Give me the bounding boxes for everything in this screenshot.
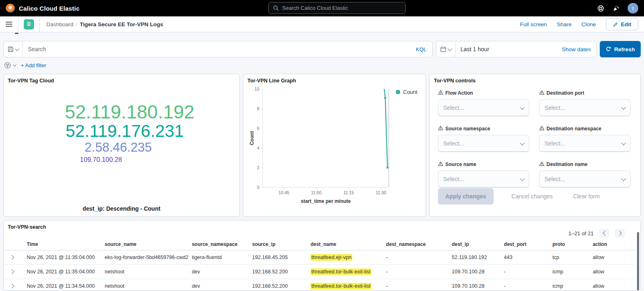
help-icon[interactable] (597, 5, 604, 12)
table-cell: allow (590, 265, 635, 279)
select-input[interactable]: Select... (438, 135, 529, 152)
tag-cloud: 52.119.180.19252.119.176.2312.58.46.2351… (4, 102, 239, 164)
filter-icon (4, 62, 11, 69)
filter-menu-button[interactable] (4, 62, 11, 69)
news-icon[interactable] (612, 5, 619, 12)
chevron-down-icon (621, 141, 626, 145)
select-input[interactable]: Select... (438, 171, 529, 188)
next-page-button[interactable] (615, 229, 625, 238)
refresh-button[interactable]: Refresh (600, 41, 641, 57)
show-dates-link[interactable]: Show dates (562, 46, 591, 52)
table-row: Nov 26, 2021 @ 11:35:04.000eks-log-forwa… (4, 250, 635, 265)
svg-text:6: 6 (257, 126, 259, 131)
column-header[interactable]: dest_ip (449, 239, 501, 250)
breadcrumb-root[interactable]: Dashboard (46, 21, 73, 27)
previous-page-button[interactable] (599, 229, 609, 238)
space-switcher[interactable]: D (18, 16, 40, 32)
column-header[interactable]: source_name (102, 239, 189, 250)
table-cell: dev (188, 279, 249, 291)
column-header[interactable]: proto (549, 239, 589, 250)
calendar-button[interactable] (436, 41, 456, 57)
expand-row-icon[interactable] (9, 255, 14, 259)
svg-text:11:30: 11:30 (376, 190, 386, 195)
tag-cloud-term[interactable]: 109.70.100.28 (80, 157, 122, 164)
share-link[interactable]: Share (557, 21, 571, 27)
chevron-down-icon (520, 176, 524, 181)
calico-logo-icon (6, 4, 15, 13)
tag-cloud-term[interactable]: 52.119.176.231 (66, 122, 184, 141)
time-picker[interactable]: Last 1 hour Show dates (436, 41, 596, 57)
calendar-icon (440, 46, 447, 52)
legend-dot (396, 90, 400, 94)
control-field: Destination nameSelect... (539, 161, 630, 188)
cancel-changes-button[interactable]: Cancel changes (509, 193, 555, 200)
warning-icon (438, 90, 443, 96)
table-row: Nov 26, 2021 @ 11:35:04.000netshootdev19… (4, 265, 635, 279)
control-field: Destination namespaceSelect... (539, 125, 630, 152)
chevron-down-icon (520, 141, 524, 145)
menu-button[interactable] (0, 16, 18, 32)
table-cell: 109.70.100.28 (449, 265, 501, 279)
warning-icon (539, 161, 544, 168)
edit-button[interactable]: Edit (606, 18, 639, 30)
clone-link[interactable]: Clone (581, 21, 596, 27)
table-cell: allow (590, 279, 635, 291)
control-field: Destination portSelect... (539, 90, 630, 116)
kql-toggle[interactable]: KQL (416, 46, 426, 52)
column-header[interactable]: source_namespace (188, 239, 249, 250)
svg-text:11:15: 11:15 (343, 190, 354, 195)
warning-icon (539, 125, 544, 132)
table-cell: icmp (549, 279, 589, 291)
column-header[interactable]: dest_name (307, 239, 383, 250)
expand-row-icon[interactable] (9, 269, 14, 274)
table-cell: tigera-fluentd (188, 250, 249, 265)
select-input[interactable]: Select... (539, 99, 630, 116)
select-input[interactable]: Select... (438, 99, 529, 116)
table-cell: - (383, 279, 448, 291)
select-input[interactable]: Select... (539, 135, 630, 152)
panel-title: Tor-VPN Tag Cloud (4, 74, 239, 87)
controls-panel: Tor-VPN controls Flow ActionSelect...Des… (429, 74, 641, 217)
expand-row-icon[interactable] (9, 284, 14, 288)
hamburger-icon (5, 20, 13, 28)
select-placeholder: Select... (544, 176, 565, 182)
user-avatar[interactable]: t (628, 3, 638, 14)
scroll-indicator (15, 33, 18, 34)
full-screen-link[interactable]: Full screen (520, 21, 547, 27)
select-input[interactable]: Select... (539, 171, 630, 188)
chevron-down-icon (520, 105, 524, 109)
table-cell: - (383, 250, 448, 265)
select-placeholder: Select... (443, 176, 464, 182)
tag-cloud-term[interactable]: 2.58.46.235 (85, 141, 152, 155)
add-filter-link[interactable]: + Add filter (21, 62, 46, 68)
query-placeholder: Search (28, 46, 416, 52)
panel-title: Tor-VPN-search (4, 221, 640, 234)
time-range-value[interactable]: Last 1 hour (460, 46, 489, 52)
chart-legend: Count (396, 89, 417, 95)
global-search-input[interactable]: Search Calico Cloud Elastic (268, 2, 406, 14)
tag-cloud-term[interactable]: 52.119.180.192 (65, 102, 194, 122)
column-header[interactable]: dest_port (501, 239, 549, 250)
chevron-down-icon (13, 63, 16, 66)
table-cell: threatfeed.tor-bulk-exit-list (307, 265, 383, 279)
line-chart: 024681010:4511:0011:1511:30start_time pe… (249, 86, 393, 209)
control-field-label: Destination port (546, 90, 584, 96)
column-header[interactable]: source_ip (249, 239, 307, 250)
search-table-panel: Tor-VPN-search 1–21 of 21 Timesource_nam… (3, 220, 641, 291)
apply-changes-button[interactable]: Apply changes (438, 188, 494, 205)
query-search-input[interactable]: Search KQL (3, 41, 433, 57)
clear-form-button[interactable]: Clear form (571, 193, 602, 200)
table-body: Nov 26, 2021 @ 11:35:04.000eks-log-forwa… (4, 250, 635, 291)
column-header[interactable]: dest_namespace (383, 239, 448, 250)
column-header[interactable]: action (590, 239, 635, 250)
brand[interactable]: Calico Cloud Elastic (6, 4, 79, 13)
column-header[interactable]: Time (23, 239, 101, 250)
saved-query-button[interactable] (4, 41, 23, 57)
table-cell: icmp (549, 265, 589, 279)
svg-text:2: 2 (257, 165, 259, 170)
legend-label[interactable]: Count (403, 89, 417, 95)
table-scrollbar[interactable] (637, 232, 639, 291)
table-cell: Nov 26, 2021 @ 11:35:04.000 (23, 250, 101, 265)
chevron-down-icon (621, 176, 626, 181)
table-cell: 192.168.52.200 (249, 265, 307, 279)
